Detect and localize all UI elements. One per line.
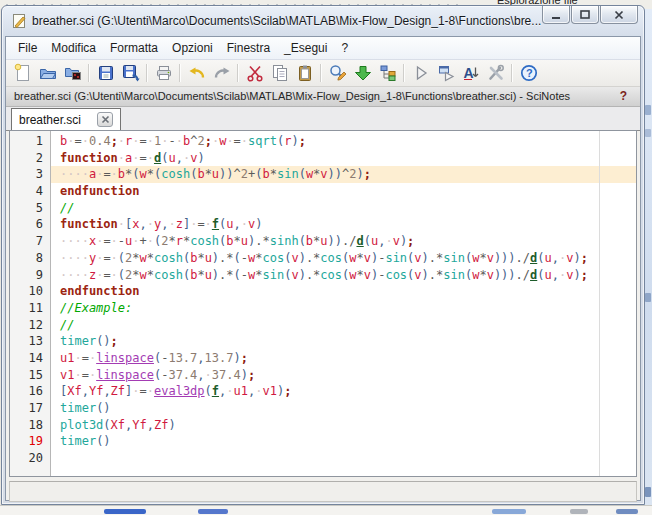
open-recent-button[interactable]	[60, 62, 85, 84]
titlebar[interactable]: breather.sci (G:\Utenti\Marco\Documents\…	[2, 6, 644, 36]
tab-close-button[interactable]	[97, 112, 113, 127]
code-line[interactable]: ····y·=·(2*w*cosh(b*u).*(-w*cos(v).*cos(…	[51, 250, 636, 267]
background-fragment	[645, 487, 651, 497]
line-number: 9	[10, 267, 50, 284]
code-line[interactable]: endfunction	[51, 183, 636, 200]
toolbar-separator	[403, 64, 405, 82]
line-number: 13	[10, 333, 50, 350]
code-line[interactable]: function·[x,·y,·z]·=·f(u,·v)	[51, 216, 636, 233]
whereami-button[interactable]: A	[458, 62, 483, 84]
window-title: breather.sci (G:\Utenti\Marco\Documents\…	[32, 14, 541, 28]
code-line[interactable]: //	[51, 200, 636, 217]
inner-help-icon[interactable]: ?	[620, 89, 627, 103]
paste-icon	[295, 63, 315, 83]
menubar: FileModificaFormattaOpzioniFinestra_Eseg…	[6, 37, 640, 60]
execute-icon	[411, 63, 431, 83]
menu-item-modifica[interactable]: Modifica	[44, 39, 103, 57]
code-line[interactable]: u1·=·linspace(-13.7,13.7);	[51, 350, 636, 367]
code-line[interactable]: endfunction	[51, 283, 636, 300]
code-line[interactable]: [Xf,Yf,Zf]·=·eval3dp(f,·u1,·v1);	[51, 383, 636, 400]
menu-item-formatta[interactable]: Formatta	[103, 39, 165, 57]
menu-item-esegui[interactable]: _Esegui	[277, 39, 334, 57]
line-number: 3	[10, 166, 50, 183]
code-line[interactable]: //	[51, 317, 636, 334]
load-into-scilab-button[interactable]	[350, 62, 375, 84]
caption-buttons	[542, 6, 638, 24]
preferences-button[interactable]	[483, 62, 508, 84]
window-client-area: FileModificaFormattaOpzioniFinestra_Eseg…	[5, 36, 641, 501]
find-replace-icon	[328, 63, 348, 83]
inner-titlebar: breather.sci (G:\Utenti\Marco\Documents\…	[6, 87, 640, 107]
gutter: 1234567891011121314151617181920	[10, 131, 51, 476]
save-button[interactable]	[93, 62, 118, 84]
menu-item-help[interactable]: ?	[334, 39, 355, 57]
open-file-button[interactable]	[35, 62, 60, 84]
execute-in-console-icon	[436, 63, 456, 83]
redo-icon	[212, 63, 232, 83]
code-line[interactable]: ····a·=·b*(w*(cosh(b*u))^2+(b*sin(w*v))^…	[51, 166, 636, 183]
code-line[interactable]: ····x·=·-u·+·(2*r*cosh(b*u).*sinh(b*u)).…	[51, 233, 636, 250]
code-line[interactable]: timer();	[51, 333, 636, 350]
toolbar-separator	[88, 64, 90, 82]
save-as-button[interactable]	[118, 62, 143, 84]
redo-button[interactable]	[209, 62, 234, 84]
copy-button[interactable]	[267, 62, 292, 84]
menu-item-file[interactable]: File	[11, 39, 44, 57]
undo-icon	[187, 63, 207, 83]
maximize-button[interactable]	[571, 6, 599, 24]
menu-item-opzioni[interactable]: Opzioni	[165, 39, 220, 57]
paste-button[interactable]	[292, 62, 317, 84]
code-line[interactable]: plot3d(Xf,Yf,Zf)	[51, 417, 636, 434]
close-button[interactable]	[600, 6, 638, 24]
code-line[interactable]: //Example:	[51, 300, 636, 317]
minimize-icon	[550, 9, 562, 21]
line-number: 7	[10, 233, 50, 250]
line-number: 12	[10, 317, 50, 334]
scinotes-app-icon	[11, 13, 27, 29]
tab-close-icon	[101, 115, 110, 124]
line-number: 2	[10, 150, 50, 167]
code-line[interactable]: timer()	[51, 400, 636, 417]
svg-text:A: A	[463, 65, 473, 81]
preferences-icon	[486, 63, 506, 83]
line-number: 15	[10, 367, 50, 384]
toolbar-separator	[320, 64, 322, 82]
background-window-right	[644, 9, 652, 505]
background-fragment	[198, 509, 228, 514]
execute-in-console-button[interactable]	[433, 62, 458, 84]
cut-button[interactable]	[242, 62, 267, 84]
code-area[interactable]: b·=·0.4;·r·=·1·-·b^2;·w·=·sqrt(r);functi…	[51, 131, 636, 476]
execute-button[interactable]	[408, 62, 433, 84]
menu-item-finestra[interactable]: Finestra	[220, 39, 277, 57]
toolbar-separator	[511, 64, 513, 82]
line-number: 6	[10, 216, 50, 233]
code-navigator-icon	[378, 63, 398, 83]
toolbar-separator	[237, 64, 239, 82]
line-number: 10	[10, 283, 50, 300]
tab-label: breather.sci	[19, 113, 91, 127]
code-editor[interactable]: 1234567891011121314151617181920 b·=·0.4;…	[9, 130, 637, 477]
tab-bar: breather.sci	[6, 107, 640, 131]
tab-breather-sci[interactable]: breather.sci	[11, 108, 121, 130]
copy-icon	[270, 63, 290, 83]
undo-button[interactable]	[184, 62, 209, 84]
code-line[interactable]: function·a·=·d(u,·v)	[51, 150, 636, 167]
new-file-button[interactable]	[10, 62, 35, 84]
line-number: 16	[10, 383, 50, 400]
code-line[interactable]	[51, 450, 636, 467]
help-button[interactable]: ?	[516, 62, 541, 84]
maximize-icon	[579, 9, 591, 21]
code-line[interactable]: v1·=·linspace(-37.4,·37.4);	[51, 367, 636, 384]
print-button[interactable]	[151, 62, 176, 84]
help-icon: ?	[519, 63, 539, 83]
find-replace-button[interactable]	[325, 62, 350, 84]
background-fragment	[645, 129, 651, 137]
background-fragment	[104, 509, 146, 514]
code-navigator-button[interactable]	[375, 62, 400, 84]
minimize-button[interactable]	[542, 6, 570, 24]
code-line[interactable]: ····z·=·(2*w*cosh(b*u).*(-w*sin(v).*cos(…	[51, 267, 636, 284]
background-fragment	[492, 509, 526, 514]
code-line[interactable]: timer()	[51, 433, 636, 450]
open-file-icon	[38, 63, 58, 83]
code-line[interactable]: b·=·0.4;·r·=·1·-·b^2;·w·=·sqrt(r);	[51, 133, 636, 150]
